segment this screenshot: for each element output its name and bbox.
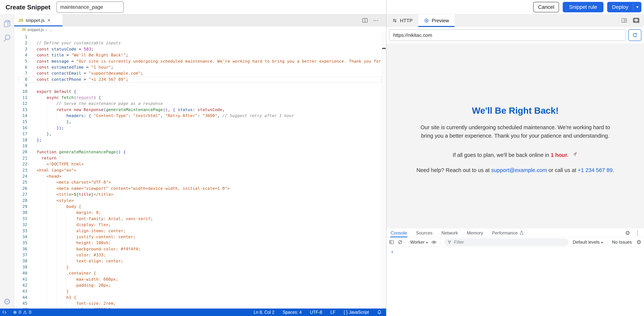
devtools-tab-sources[interactable]: Sources (416, 228, 433, 237)
code-line[interactable]: 44 h1 { (14, 294, 386, 300)
split-editor-icon[interactable] (362, 18, 368, 23)
code-line[interactable]: 7const contactEmail = "support@example.c… (14, 70, 386, 76)
execution-context-selector[interactable]: Worker▾ (410, 239, 428, 245)
encoding[interactable]: UTF-8 (310, 310, 322, 315)
code-line[interactable]: 33 align-items: center; (14, 228, 386, 234)
code-line[interactable]: 17 }, (14, 131, 386, 137)
code-line[interactable]: 23<html lang="en"> (14, 167, 386, 173)
code-line[interactable]: 39 } (14, 264, 386, 270)
cursor-position[interactable]: Ln 8, Col 2 (254, 310, 274, 315)
code-line[interactable]: 32 display: flex; (14, 222, 386, 228)
console-filter-input[interactable]: Filter (444, 238, 569, 246)
eol-sequence[interactable]: LF (330, 310, 336, 315)
code-line[interactable]: 30 margin: 0; (14, 210, 386, 216)
code-line[interactable]: 10export default { (14, 89, 386, 95)
code-line[interactable]: 19 (14, 143, 386, 149)
code-line[interactable]: 41 max-width: 600px; (14, 276, 386, 282)
deploy-button[interactable]: Deploy ▾ (607, 2, 642, 12)
warnings-count[interactable]: 0 (29, 310, 31, 315)
code-line[interactable]: 29 body { (14, 204, 386, 210)
code-line[interactable]: 42 padding: 20px; (14, 282, 386, 288)
devtools-tab-network[interactable]: Network (441, 228, 458, 237)
snippet-name-input[interactable] (56, 2, 124, 13)
snippet-rule-button[interactable]: Snippet rule (563, 2, 603, 12)
code-line[interactable]: 22 <!DOCTYPE html> (14, 161, 386, 167)
live-expression-eye-icon[interactable] (431, 240, 436, 244)
cancel-button[interactable]: Cancel (533, 2, 559, 12)
tab-http[interactable]: HTTP (386, 15, 418, 27)
code-line[interactable]: 18}; (14, 137, 386, 143)
deploy-dropdown-caret-icon[interactable]: ▾ (633, 2, 642, 12)
code-line[interactable]: 15 }, (14, 119, 386, 125)
issues-counter[interactable]: No Issues (612, 239, 632, 245)
refresh-button[interactable] (628, 29, 642, 41)
code-editor[interactable]: 12// Define your customizable inputs3con… (14, 33, 386, 308)
code-line[interactable]: 36 background-color: #f4f4f4; (14, 246, 386, 252)
code-line[interactable]: 8const contactPhone = "+1 234 567 89"; (14, 77, 386, 83)
code-line[interactable]: 6const estimatedTime = "1 hour"; (14, 64, 386, 70)
code-line[interactable]: 46 color: #0056b3; (14, 307, 386, 308)
code-line[interactable]: 43 } (14, 288, 386, 294)
docs-book-icon[interactable] (621, 18, 628, 24)
code-line[interactable]: 1 (14, 34, 386, 40)
code-line[interactable]: 12 // Serve the maintenance page as a re… (14, 101, 386, 107)
code-line[interactable]: 20function generateMaintenancePage() { (14, 149, 386, 155)
breadcrumb[interactable]: JS snippet.js › … (14, 26, 386, 33)
line-number: 7 (14, 70, 27, 76)
code-line[interactable]: 34 justify-content: center; (14, 234, 386, 240)
remote-window-icon[interactable] (2, 310, 7, 315)
code-line[interactable]: 38 text-align: center; (14, 258, 386, 264)
files-icon[interactable] (3, 19, 12, 29)
code-line[interactable]: 28 <style> (14, 198, 386, 204)
devtools-tab-console[interactable]: Console (390, 228, 408, 237)
console-settings-gear-icon[interactable]: ⚙ (636, 239, 642, 245)
notifications-bell-icon[interactable] (377, 310, 382, 315)
url-input[interactable] (389, 29, 626, 41)
indentation[interactable]: Spaces: 4 (282, 310, 302, 315)
support-email-link[interactable]: support@example.com (491, 167, 547, 173)
log-levels-selector[interactable]: Default levels▾ (573, 239, 603, 245)
tab-snippet-js[interactable]: JS snippet.js × (14, 15, 62, 26)
code-line[interactable]: 2// Define your customizable inputs (14, 40, 386, 46)
line-number: 16 (14, 125, 27, 131)
close-tab-icon[interactable]: × (48, 18, 50, 23)
discord-icon[interactable] (632, 17, 640, 24)
code-line[interactable]: 27 <title>${title}</title> (14, 191, 386, 197)
errors-icon[interactable]: ⊗ (13, 310, 17, 315)
code-line[interactable]: 3const statusCode = 503; (14, 46, 386, 52)
code-line[interactable]: 13 return new Response(generateMaintenan… (14, 107, 386, 113)
errors-count[interactable]: 0 (19, 310, 21, 315)
code-line[interactable]: 26 <meta name="viewport" content="width=… (14, 185, 386, 191)
language-mode[interactable]: { } JavaScript (344, 310, 369, 315)
code-line[interactable]: 45 font-size: 2rem; (14, 300, 386, 306)
more-actions-icon[interactable]: ⋯ (373, 17, 379, 24)
code-line[interactable]: 37 color: #333; (14, 252, 386, 258)
code-line[interactable]: 9 (14, 83, 386, 88)
devtools-kebab-menu-icon[interactable]: ⋮ (635, 230, 640, 236)
code-line[interactable]: 31 font-family: Arial, sans-serif; (14, 216, 386, 222)
tab-preview[interactable]: Preview (418, 15, 454, 27)
code-line[interactable]: 16 }); (14, 125, 386, 131)
clear-console-icon[interactable] (398, 240, 402, 245)
console-sidebar-toggle-icon[interactable] (389, 240, 394, 244)
console-output[interactable]: › (386, 247, 644, 316)
line-number: 45 (14, 300, 27, 306)
devtools-tab-memory[interactable]: Memory (466, 228, 484, 237)
code-line[interactable]: 24 <head> (14, 173, 386, 179)
code-line[interactable]: 40 .container { (14, 270, 386, 276)
code-line[interactable]: 11 async fetch(request) { (14, 95, 386, 101)
code-line[interactable]: 25 <meta charset="UTF-8"> (14, 179, 386, 185)
support-phone-link[interactable]: +1 234 567 89 (578, 167, 612, 173)
devtools-tab-performance[interactable]: Performance (492, 228, 524, 237)
code-line[interactable]: 4const title = "We'll Be Right Back!"; (14, 52, 386, 58)
settings-gear-icon[interactable]: ⚙ (3, 297, 11, 306)
code-line[interactable]: 5const message = "Our site is currently … (14, 58, 386, 64)
code-line[interactable]: 21 return ` (14, 155, 386, 161)
code-line[interactable]: 35 height: 100vh; (14, 240, 386, 246)
devtools-settings-gear-icon[interactable]: ⚙ (625, 230, 630, 236)
search-icon[interactable] (3, 34, 12, 43)
code-line[interactable]: 14 headers: { "Content-Type": "text/html… (14, 113, 386, 119)
warnings-icon[interactable]: ⚠ (23, 310, 27, 315)
editor-scrollbar[interactable] (382, 33, 386, 308)
console-prompt-chevron[interactable]: › (390, 249, 394, 255)
